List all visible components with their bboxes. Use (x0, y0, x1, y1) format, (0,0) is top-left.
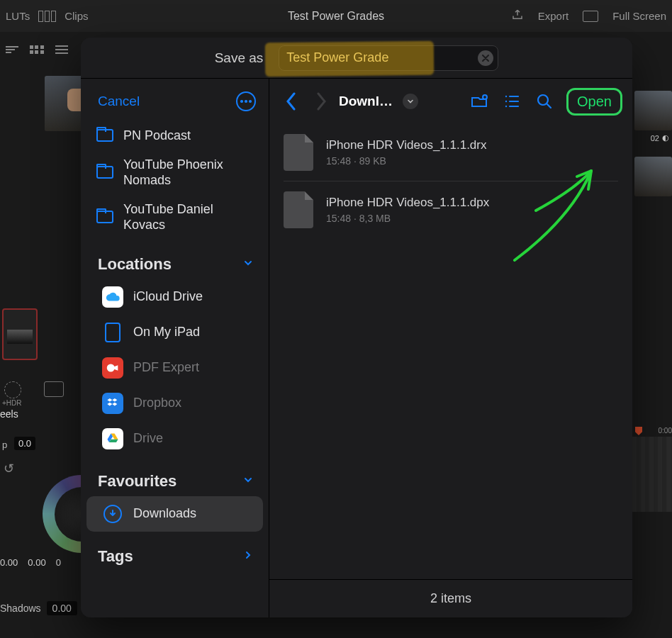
sidebar-folder-youtube-daniel[interactable]: YouTube Daniel Kovacs (81, 195, 269, 240)
location-pdf-expert[interactable]: PDF Expert (86, 350, 263, 386)
clip-thumbnail-right-2[interactable] (634, 157, 672, 196)
svg-point-5 (538, 95, 548, 105)
folder-icon (96, 129, 113, 142)
dropbox-icon (102, 393, 123, 414)
favourite-downloads[interactable]: Downloads (86, 496, 263, 532)
file-metadata: 15:48 · 89 KB (326, 155, 487, 167)
file-metadata: 15:48 · 8,3 MB (326, 213, 489, 224)
file-item-drx[interactable]: iPhone HDR Videos_1.1.1.drx 15:48 · 89 K… (284, 124, 618, 181)
location-label: Dropbox (133, 396, 181, 410)
folder-label: YouTube Daniel Kovacs (123, 201, 253, 233)
export-icon[interactable] (511, 9, 524, 23)
location-on-my-ipad[interactable]: On My iPad (86, 315, 263, 350)
downloads-icon (102, 503, 123, 525)
folder-icon (96, 211, 113, 223)
shadows-value[interactable]: 0.00 (47, 601, 77, 615)
location-label: iCloud Drive (133, 289, 203, 304)
breadcrumb-title[interactable]: Downl… (339, 94, 393, 109)
more-options-button[interactable] (236, 91, 256, 111)
location-label: Drive (133, 431, 163, 446)
cancel-button[interactable]: Cancel (98, 94, 140, 109)
locations-section-header[interactable]: Locations (81, 240, 269, 279)
save-as-label: Save as (215, 50, 264, 66)
list-view-icon[interactable] (55, 45, 68, 54)
sidebar: Cancel PN Podcast YouTube Phoenix Nomads… (81, 79, 269, 617)
filename-input[interactable] (286, 50, 471, 65)
location-google-drive[interactable]: Drive (86, 421, 263, 457)
location-icloud-drive[interactable]: iCloud Drive (86, 279, 263, 315)
filename-field-wrap (279, 45, 498, 71)
browser-footer: 2 items (269, 579, 632, 617)
chevron-right-icon (243, 550, 253, 562)
sidebar-folder-pn-podcast[interactable]: PN Podcast (81, 121, 269, 150)
nav-back-button[interactable] (279, 87, 303, 116)
grid-view-icon[interactable] (30, 45, 44, 54)
location-label: PDF Expert (133, 360, 199, 375)
export-button[interactable]: Export (538, 10, 569, 22)
undo-icon[interactable]: ↺ (4, 461, 14, 476)
chevron-down-icon (243, 475, 253, 487)
file-item-dpx[interactable]: iPhone HDR Videos_1.1.1.dpx 15:48 · 8,3 … (284, 181, 618, 238)
favourites-section-header[interactable]: Favourites (81, 457, 269, 496)
shadows-label: Shadows (0, 603, 41, 614)
node-thumbnail[interactable] (2, 308, 38, 360)
folder-icon (96, 166, 113, 179)
folder-label: PN Podcast (123, 128, 191, 144)
clip-indicator-icon: ◐ (662, 133, 669, 142)
val-3[interactable]: 0 (56, 557, 61, 568)
sidebar-scroll: PN Podcast YouTube Phoenix Nomads YouTub… (81, 121, 269, 617)
sort-icon[interactable] (6, 46, 18, 53)
clear-input-button[interactable] (478, 50, 493, 66)
fullscreen-icon[interactable] (583, 11, 598, 22)
media-pool-icon[interactable] (38, 11, 56, 22)
tags-section-header[interactable]: Tags (81, 532, 269, 571)
clips-button[interactable]: Clips (65, 10, 88, 22)
secondary-toolbar (0, 35, 74, 64)
val-2[interactable]: 0.00 (28, 557, 45, 568)
tags-title: Tags (98, 547, 133, 566)
ipad-icon (102, 322, 123, 343)
curves-icon[interactable] (44, 381, 64, 397)
playhead-marker[interactable] (632, 427, 672, 434)
file-browser: Downl… Open (269, 79, 632, 617)
svg-point-2 (505, 96, 507, 97)
breadcrumb-dropdown[interactable] (403, 94, 418, 109)
value-row: 0.00 0.00 0 (0, 557, 61, 568)
file-icon (284, 134, 313, 171)
dialog-body: Cancel PN Podcast YouTube Phoenix Nomads… (81, 79, 632, 617)
favourites-title: Favourites (98, 472, 177, 491)
app-topbar: LUTs Clips Test Power Grades Export Full… (0, 0, 672, 32)
favourite-label: Downloads (133, 506, 196, 521)
file-icon (284, 191, 313, 228)
fullscreen-button[interactable]: Full Screen (612, 10, 666, 22)
open-button[interactable]: Open (566, 88, 622, 116)
folder-label: YouTube Phoenix Nomads (123, 157, 253, 189)
param-value[interactable]: 0.0 (14, 437, 35, 450)
locations-title: Locations (98, 255, 172, 274)
timeline-strip[interactable]: 0:00 (632, 427, 672, 512)
hdr-wheel-icon[interactable] (4, 381, 21, 398)
sidebar-header: Cancel (81, 79, 269, 121)
svg-point-3 (505, 101, 507, 102)
nav-forward-button[interactable] (309, 87, 333, 116)
chevron-down-icon (243, 258, 253, 270)
clip-number-label: 02 ◐ (651, 133, 669, 142)
svg-point-4 (505, 106, 507, 107)
luts-button[interactable]: LUTs (6, 10, 30, 22)
google-drive-icon (102, 428, 123, 449)
sidebar-folder-youtube-phoenix[interactable]: YouTube Phoenix Nomads (81, 150, 269, 195)
location-dropbox[interactable]: Dropbox (86, 386, 263, 421)
clip-thumbnail-right-1[interactable] (634, 91, 672, 130)
val-1[interactable]: 0.00 (0, 557, 18, 568)
view-mode-button[interactable] (498, 92, 525, 111)
wheels-label: eels (0, 408, 18, 420)
save-dialog: Save as Cancel PN Podcast Yo (81, 38, 632, 617)
file-name: iPhone HDR Videos_1.1.1.drx (326, 138, 487, 152)
location-label: On My iPad (133, 325, 200, 340)
pdf-expert-icon (102, 357, 123, 379)
hdr-label: +HDR (2, 399, 22, 407)
search-button[interactable] (531, 92, 558, 111)
new-folder-button[interactable] (466, 92, 493, 111)
file-list: iPhone HDR Videos_1.1.1.drx 15:48 · 89 K… (269, 124, 632, 579)
timeline-band[interactable] (632, 437, 672, 512)
